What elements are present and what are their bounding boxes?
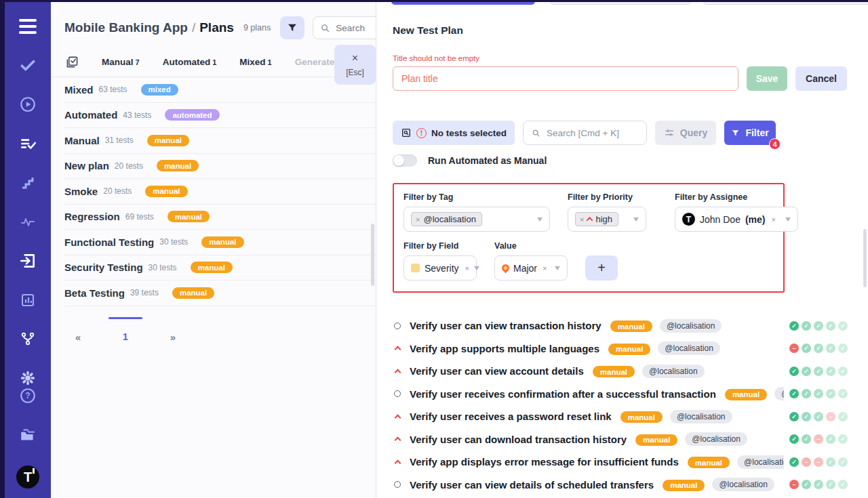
sidebar-item-steps[interactable] (16, 174, 39, 191)
svg-text:?: ? (25, 391, 30, 400)
plan-row[interactable]: Security Testing 30 tests manual (64, 255, 376, 281)
filter-priority-select[interactable]: ×high (568, 207, 646, 232)
test-plans-icon (19, 135, 37, 152)
remove-priority-icon[interactable]: × (580, 215, 584, 224)
run-automated-toggle[interactable] (393, 154, 417, 167)
filter-value-select[interactable]: Major × (494, 255, 568, 281)
test-tag[interactable]: @localisation (670, 410, 732, 423)
test-row[interactable]: Verify user can download transaction his… (393, 428, 848, 451)
tab-generated[interactable]: Generated (295, 57, 340, 67)
query-button[interactable]: Query (655, 121, 716, 145)
plans-search-input[interactable] (336, 23, 376, 33)
sidebar-item-tests[interactable] (16, 56, 39, 74)
test-tag[interactable]: @localisation (685, 432, 747, 446)
filter-field-select[interactable]: Severity × (403, 255, 477, 281)
plans-scrollbar[interactable] (371, 224, 374, 286)
test-tag[interactable]: @localisation (642, 365, 705, 378)
filter-tag-select[interactable]: ×@localisation (403, 207, 550, 232)
filter-assignee-select[interactable]: T John Doe (me) × (675, 207, 798, 232)
funnel-icon (731, 129, 740, 138)
sidebar-item-branches[interactable] (16, 331, 39, 348)
tab-automated[interactable]: Automated1 (163, 57, 217, 67)
breadcrumb-project[interactable]: Mobile Banking App (64, 20, 188, 35)
test-tag[interactable]: @localisation (737, 455, 784, 469)
play-circle-icon (19, 96, 37, 113)
test-title[interactable]: Verify app displays error message for in… (410, 456, 679, 468)
test-tag[interactable]: @localisation (712, 478, 774, 491)
plan-test-count: 69 tests (125, 212, 154, 222)
plan-row[interactable]: Functional Testing 30 tests manual (64, 230, 376, 255)
tab-manual[interactable]: Manual7 (102, 57, 140, 67)
sidebar-item-projects[interactable] (16, 426, 39, 444)
plans-count: 9 plans (243, 23, 271, 33)
test-tag[interactable]: @localisation (660, 319, 722, 333)
validation-error: Title should not be empty (393, 54, 848, 62)
tab-mixed[interactable]: Mixed1 (239, 57, 271, 67)
hamburger-menu-button[interactable] (16, 18, 39, 35)
run-status-icons (789, 389, 848, 398)
plan-row[interactable]: Automated 43 tests automated (64, 103, 376, 129)
test-row[interactable]: Verify app supports multiple languages m… (393, 337, 848, 360)
select-all-button[interactable] (66, 56, 79, 68)
run-status-icons (789, 367, 848, 376)
pagination-page-1[interactable]: 1 (123, 331, 128, 342)
test-row[interactable]: Verify user can view details of schedule… (393, 474, 848, 497)
tests-search-box[interactable] (523, 121, 647, 145)
esc-close-button[interactable]: × [Esc] (334, 45, 376, 85)
sidebar-item-activity[interactable] (16, 213, 39, 230)
test-row[interactable]: Verify user can view transaction history… (393, 314, 848, 337)
tag-chip: ×@localisation (411, 212, 482, 226)
branch-icon (20, 331, 36, 347)
test-title[interactable]: Verify user can download transaction his… (410, 434, 627, 445)
test-title[interactable]: Verify user can view account details (410, 365, 584, 377)
pagination-prev-button[interactable]: « (75, 331, 81, 343)
account-logo-button[interactable]: T (16, 465, 39, 489)
plans-filter-button[interactable] (280, 16, 304, 39)
editor-scrollbar[interactable] (863, 229, 867, 287)
test-title[interactable]: Verify user can view details of schedule… (410, 479, 654, 491)
plan-row[interactable]: New plan 20 tests manual (64, 154, 376, 180)
test-tag[interactable]: @localisation (658, 341, 720, 355)
remove-value-icon[interactable]: × (542, 264, 547, 272)
sidebar-item-runs[interactable] (16, 96, 39, 113)
test-row[interactable]: Verify user can view account details man… (393, 360, 848, 383)
test-row[interactable]: Verify user receives confirmation after … (393, 383, 848, 406)
plans-search-box[interactable] (313, 16, 376, 39)
sidebar-item-test-plans[interactable] (16, 135, 39, 152)
pagination-next-button[interactable]: » (170, 331, 176, 343)
sidebar-item-import[interactable] (16, 252, 39, 270)
sidebar-item-help[interactable]: ? (16, 387, 39, 404)
add-filter-button[interactable]: + (585, 255, 618, 281)
search-doc-icon (401, 127, 412, 138)
plan-row[interactable]: Smoke 20 tests manual (64, 179, 376, 205)
clipboard-check-icon (66, 56, 79, 68)
chevron-down-icon (785, 217, 791, 222)
assignee-name: John Doe (700, 214, 741, 225)
test-title[interactable]: Verify app supports multiple languages (410, 343, 599, 354)
test-row[interactable]: Verify app displays error message for in… (393, 451, 848, 474)
plan-test-count: 30 tests (149, 263, 177, 272)
test-tag[interactable]: @localisation (774, 387, 784, 400)
remove-tag-icon[interactable]: × (416, 215, 420, 224)
plan-row[interactable]: Regression 69 tests manual (64, 205, 376, 230)
remove-assignee-icon[interactable]: × (772, 215, 776, 224)
plan-row[interactable]: Beta Testing 39 tests manual (64, 281, 376, 306)
plan-row[interactable]: Mixed 63 tests mixed (64, 77, 376, 103)
tests-search-input[interactable] (547, 128, 638, 138)
status-icon (789, 367, 799, 376)
remove-field-icon[interactable]: × (465, 264, 469, 272)
sidebar-item-settings[interactable] (16, 369, 39, 387)
test-title[interactable]: Verify user receives confirmation after … (410, 388, 716, 400)
test-row[interactable]: Verify user receives a password reset li… (393, 405, 848, 428)
test-title[interactable]: Verify user receives a password reset li… (410, 411, 612, 422)
test-title[interactable]: Verify user can view transaction history (410, 320, 601, 331)
plan-title-input[interactable] (393, 66, 738, 91)
status-icon (814, 321, 823, 331)
plan-name: Automated (64, 109, 117, 121)
save-button[interactable]: Save (747, 66, 787, 91)
filter-button[interactable]: Filter 4 (724, 121, 776, 145)
sidebar-item-analytics[interactable] (16, 291, 39, 308)
cancel-button[interactable]: Cancel (795, 66, 847, 91)
check-icon (19, 56, 37, 74)
plan-row[interactable]: Manual 31 tests manual (64, 128, 376, 154)
